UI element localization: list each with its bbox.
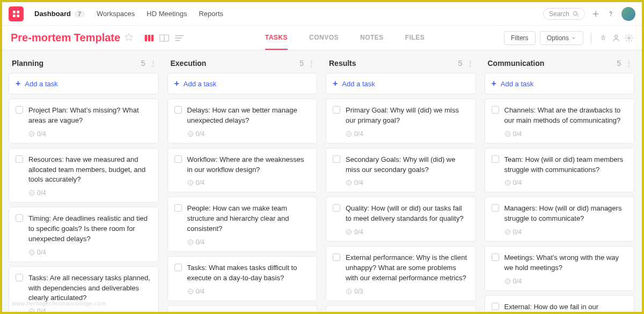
task-text: Resources: have we measured and allocate… bbox=[28, 155, 152, 185]
task-checkbox[interactable] bbox=[16, 155, 23, 163]
task-card[interactable]: People: How can we make team structure a… bbox=[167, 197, 318, 252]
svg-rect-2 bbox=[13, 14, 16, 17]
filters-button[interactable]: Filters bbox=[504, 31, 536, 45]
task-checkbox[interactable] bbox=[174, 155, 182, 163]
task-meta: 0/4 bbox=[28, 130, 152, 138]
svg-rect-0 bbox=[13, 11, 16, 13]
task-checkbox[interactable] bbox=[174, 106, 182, 114]
tab-convos[interactable]: CONVOS bbox=[309, 26, 339, 50]
list-view-icon[interactable] bbox=[173, 33, 186, 43]
task-card[interactable]: Workflow: Where are the weaknesses in ou… bbox=[167, 148, 318, 193]
column-title: Execution bbox=[171, 59, 207, 68]
svg-rect-3 bbox=[17, 14, 19, 17]
task-card[interactable]: External: How do we fail in our communic… bbox=[485, 295, 635, 312]
task-card[interactable]: Secondary Goals: Why will (did) we miss … bbox=[326, 148, 476, 193]
nav-meetings[interactable]: HD Meetings bbox=[147, 10, 187, 18]
svg-point-37 bbox=[505, 230, 510, 235]
settings-icon[interactable] bbox=[625, 34, 633, 42]
column-body: + Add a task Delays: How can we better m… bbox=[167, 73, 319, 312]
svg-point-8 bbox=[611, 16, 611, 16]
task-text: External: How do we fail in our communic… bbox=[504, 302, 628, 312]
split-view-icon[interactable] bbox=[158, 33, 171, 43]
task-text: Workflow: Where are the weaknesses in ou… bbox=[187, 155, 311, 175]
board-column: Results 5 ⋮ + Add a task Primary Goal: W… bbox=[326, 57, 477, 312]
svg-point-30 bbox=[347, 131, 352, 136]
task-card[interactable]: Management: how does management impede w… bbox=[167, 305, 318, 312]
task-checkbox[interactable] bbox=[174, 264, 182, 271]
add-task-button[interactable]: + Add a task bbox=[485, 73, 635, 94]
svg-point-18 bbox=[614, 35, 617, 38]
activity-icon[interactable] bbox=[599, 34, 608, 42]
task-checkbox[interactable] bbox=[16, 274, 23, 281]
plus-icon: + bbox=[492, 79, 496, 88]
task-meta: 0/4 bbox=[28, 249, 152, 256]
svg-point-22 bbox=[30, 250, 34, 255]
task-checkbox[interactable] bbox=[492, 155, 499, 163]
user-avatar[interactable] bbox=[621, 7, 635, 21]
column-menu-icon[interactable]: ⋮ bbox=[467, 59, 474, 68]
nav-badge: 7 bbox=[74, 10, 85, 18]
task-text: Quality: How (will or did) our tasks fai… bbox=[346, 204, 469, 224]
task-meta: 0/4 bbox=[504, 278, 628, 285]
column-menu-icon[interactable]: ⋮ bbox=[150, 59, 157, 68]
task-card[interactable]: Internal performance: What are some prob… bbox=[326, 305, 476, 312]
column-menu-icon[interactable]: ⋮ bbox=[308, 59, 315, 68]
nav-workspaces[interactable]: Workspaces bbox=[97, 10, 135, 18]
task-checkbox[interactable] bbox=[333, 106, 340, 114]
people-icon[interactable] bbox=[612, 34, 620, 42]
column-header: Planning 5 ⋮ bbox=[9, 57, 160, 73]
search-input[interactable]: Search bbox=[543, 8, 585, 20]
task-card[interactable]: Tasks: What makes tasks difficult to exe… bbox=[167, 256, 318, 301]
add-task-button[interactable]: + Add a task bbox=[167, 73, 318, 94]
board-column: Communication 5 ⋮ + Add a task Channels:… bbox=[485, 57, 636, 312]
tab-tasks[interactable]: TASKS bbox=[265, 26, 288, 50]
task-card[interactable]: Team: How (will or did) team members str… bbox=[485, 148, 635, 193]
task-checkbox[interactable] bbox=[492, 303, 499, 310]
task-card[interactable]: Delays: How can we better manage unexpec… bbox=[167, 99, 318, 144]
task-card[interactable]: Primary Goal: Why will (did) we miss our… bbox=[326, 99, 476, 144]
svg-marker-9 bbox=[125, 33, 132, 40]
task-checkbox[interactable] bbox=[333, 204, 340, 212]
task-checkbox[interactable] bbox=[333, 253, 340, 261]
add-icon[interactable] bbox=[591, 10, 600, 18]
svg-point-32 bbox=[347, 230, 352, 235]
task-meta: 0/4 bbox=[346, 130, 469, 138]
svg-rect-10 bbox=[145, 35, 148, 41]
help-icon[interactable] bbox=[606, 10, 615, 18]
task-card[interactable]: Meetings: What's wrong with the way we h… bbox=[485, 246, 635, 291]
task-card[interactable]: Channels: What are the drawbacks to our … bbox=[485, 99, 635, 144]
task-card[interactable]: Resources: have we measured and allocate… bbox=[9, 148, 159, 203]
svg-point-38 bbox=[505, 279, 510, 283]
task-text: Tasks: What makes tasks difficult to exe… bbox=[187, 263, 311, 283]
add-task-button[interactable]: + Add a task bbox=[9, 73, 159, 94]
add-task-button[interactable]: + Add a task bbox=[326, 73, 476, 94]
star-icon[interactable] bbox=[125, 33, 133, 43]
task-card[interactable]: Quality: How (will or did) our tasks fai… bbox=[326, 197, 476, 242]
task-card[interactable]: External performance: Why is the client … bbox=[326, 246, 476, 301]
task-checkbox[interactable] bbox=[492, 204, 499, 212]
task-checkbox[interactable] bbox=[333, 155, 340, 163]
app-logo[interactable] bbox=[9, 6, 24, 21]
task-text: Team: How (will or did) team members str… bbox=[504, 155, 628, 175]
task-checkbox[interactable] bbox=[492, 106, 499, 114]
task-card[interactable]: Managers: How (will or did) managers str… bbox=[485, 197, 635, 242]
task-meta: 0/4 bbox=[187, 238, 311, 246]
nav-dashboard[interactable]: Dashboard 7 bbox=[34, 10, 85, 18]
task-checkbox[interactable] bbox=[492, 253, 499, 261]
tab-notes[interactable]: NOTES bbox=[360, 26, 384, 50]
board-column: Execution 5 ⋮ + Add a task Delays: How c… bbox=[167, 57, 319, 312]
plus-icon: + bbox=[174, 79, 179, 88]
nav-reports[interactable]: Reports bbox=[199, 10, 223, 18]
svg-point-36 bbox=[505, 181, 510, 185]
options-button[interactable]: Options bbox=[540, 31, 583, 45]
board-view-icon[interactable] bbox=[143, 33, 156, 43]
tab-files[interactable]: FILES bbox=[405, 26, 425, 50]
task-text: Timing: Are deadlines realistic and tied… bbox=[28, 214, 152, 244]
task-checkbox[interactable] bbox=[16, 106, 23, 114]
task-checkbox[interactable] bbox=[174, 204, 182, 212]
task-card[interactable]: Project Plan: What's missing? What areas… bbox=[9, 99, 159, 144]
task-checkbox[interactable] bbox=[16, 214, 23, 222]
task-card[interactable]: Timing: Are deadlines realistic and tied… bbox=[9, 207, 159, 262]
subbar: Pre-mortem Template TASKS CONVOS NOTES F… bbox=[2, 26, 642, 50]
column-menu-icon[interactable]: ⋮ bbox=[625, 59, 632, 68]
